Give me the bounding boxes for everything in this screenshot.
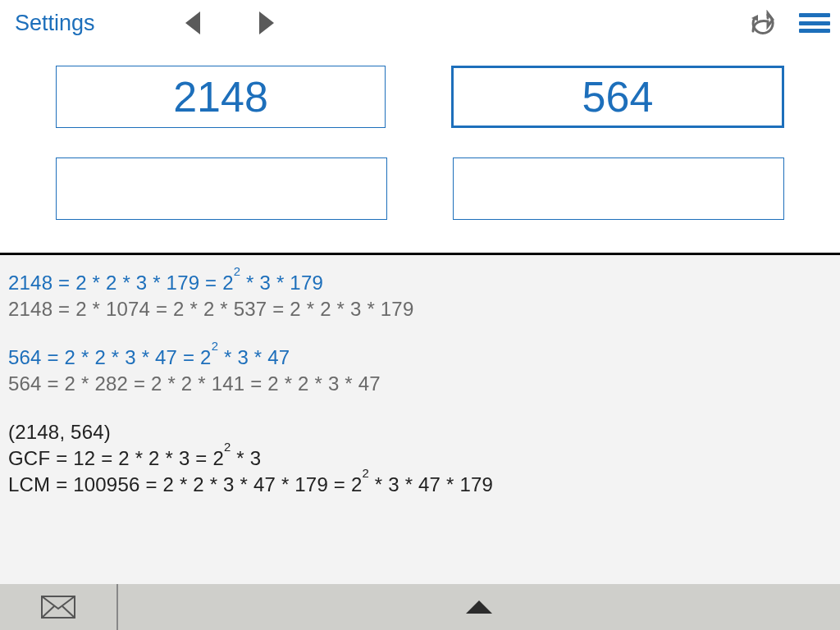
share-mail-button[interactable] [0, 584, 118, 630]
gcf-line: GCF = 12 = 2 * 2 * 3 = 22 * 3 [8, 445, 832, 472]
gcf-lcm-block: (2148, 564) GCF = 12 = 2 * 2 * 3 = 22 * … [8, 419, 832, 499]
factor-steps-1: 2148 = 2 * 1074 = 2 * 2 * 537 = 2 * 2 * … [8, 296, 832, 322]
settings-link[interactable]: Settings [15, 11, 95, 36]
input-c[interactable] [56, 158, 387, 220]
svg-line-3 [62, 606, 75, 618]
top-toolbar: Settings [0, 0, 840, 46]
results-panel: 2148 = 2 * 2 * 3 * 179 = 22 * 3 * 179 21… [0, 255, 840, 584]
prime-factorization-2: 564 = 2 * 2 * 3 * 47 = 22 * 3 * 47 [8, 345, 832, 371]
prime-factorization-1: 2148 = 2 * 2 * 3 * 179 = 22 * 3 * 179 [8, 270, 832, 296]
chevron-up-icon [466, 600, 492, 614]
input-d[interactable] [453, 158, 784, 220]
expand-button[interactable] [118, 584, 840, 630]
svg-line-2 [42, 606, 54, 618]
factorization-block-2: 564 = 2 * 2 * 3 * 47 = 22 * 3 * 47 564 =… [8, 345, 832, 398]
history-nav [185, 11, 274, 34]
input-a[interactable]: 2148 [56, 66, 386, 128]
bottom-toolbar [0, 584, 840, 630]
mail-icon [41, 596, 75, 619]
factor-steps-2: 564 = 2 * 282 = 2 * 2 * 141 = 2 * 2 * 3 … [8, 371, 832, 397]
next-arrow-icon[interactable] [259, 11, 274, 34]
menu-icon [799, 13, 830, 17]
input-panel: 2148 564 [0, 46, 840, 253]
lcm-line: LCM = 100956 = 2 * 2 * 3 * 47 * 179 = 22… [8, 472, 832, 498]
pair-label: (2148, 564) [8, 419, 832, 445]
input-b[interactable]: 564 [451, 66, 784, 128]
prev-arrow-icon[interactable] [185, 11, 200, 34]
factorization-block-1: 2148 = 2 * 2 * 3 * 179 = 22 * 3 * 179 21… [8, 270, 832, 323]
undo-icon [748, 10, 774, 36]
menu-button[interactable] [799, 13, 830, 33]
undo-button[interactable] [748, 10, 774, 36]
